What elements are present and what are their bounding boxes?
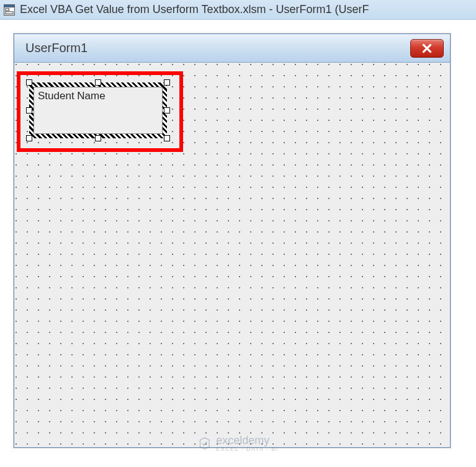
watermark-tagline: EXCEL · DATA · BI <box>216 446 278 452</box>
resize-handle-top-right[interactable] <box>164 79 170 86</box>
resize-handle-bottom-right[interactable] <box>164 135 170 141</box>
watermark-icon <box>197 437 211 450</box>
close-icon <box>421 43 433 54</box>
resize-handle-bottom-left[interactable] <box>26 135 32 141</box>
userform-window[interactable]: UserForm1 Student Name <box>14 33 451 448</box>
vba-form-icon <box>4 4 15 16</box>
watermark: exceldemy EXCEL · DATA · BI <box>197 434 278 452</box>
userform-title: UserForm1 <box>25 41 88 55</box>
resize-handle-top-middle[interactable] <box>95 79 101 86</box>
selection-border: Student Name <box>29 82 167 138</box>
resize-handle-top-left[interactable] <box>26 79 32 86</box>
close-button[interactable] <box>410 39 444 58</box>
watermark-brand: exceldemy <box>216 434 269 447</box>
form-designer-area[interactable]: UserForm1 Student Name <box>0 20 476 467</box>
main-window-title: Excel VBA Get Value from Userform Textbo… <box>20 3 369 16</box>
resize-handle-bottom-middle[interactable] <box>95 135 101 141</box>
label-caption: Student Name <box>34 87 163 134</box>
userform-body[interactable]: Student Name <box>14 63 450 447</box>
userform-titlebar[interactable]: UserForm1 <box>14 34 450 63</box>
resize-handle-middle-left[interactable] <box>26 107 32 113</box>
main-window-titlebar: Excel VBA Get Value from Userform Textbo… <box>0 0 476 20</box>
svg-rect-1 <box>4 4 15 7</box>
resize-handle-middle-right[interactable] <box>164 107 170 113</box>
label-control[interactable]: Student Name <box>29 82 167 138</box>
